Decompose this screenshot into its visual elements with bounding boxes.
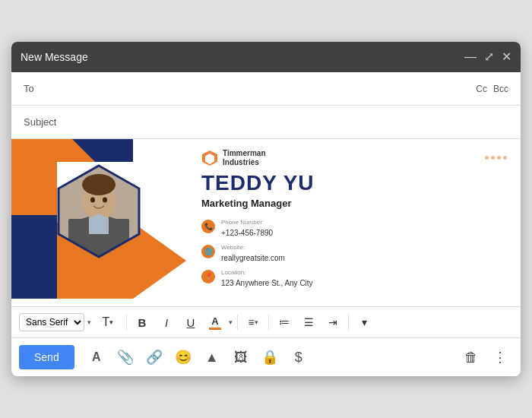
formatting-toolbar: Sans Serif ▾ T ▾ B I U A ▾ ≡ ▾ ≔ ☰ ⇥ ▾ bbox=[11, 306, 521, 338]
text-color-icon: A bbox=[211, 315, 218, 327]
website-value: reallygreatsite.com bbox=[221, 254, 285, 262]
photo-button[interactable]: 🖼 bbox=[228, 344, 254, 370]
attach-button[interactable]: 📎 bbox=[112, 344, 138, 370]
company-name: Timmerman Industries bbox=[223, 149, 266, 167]
sig-phone-text: Phone Number: +123-456-7890 bbox=[221, 218, 273, 239]
actions-toolbar: Send A 📎 🔗 😊 ▲ 🖼 🔒 $ 🗑 ⋮ bbox=[11, 338, 521, 376]
lock-button[interactable]: 🔒 bbox=[257, 344, 283, 370]
pen-icon: $ bbox=[295, 350, 302, 366]
titlebar: New Message — ⤢ ✕ bbox=[11, 42, 521, 72]
link-icon: 🔗 bbox=[146, 349, 163, 366]
text-format-icon: A bbox=[92, 350, 101, 364]
unordered-list-button[interactable]: ☰ bbox=[298, 312, 319, 333]
send-button[interactable]: Send bbox=[19, 345, 74, 369]
sig-phone-row: 📞 Phone Number: +123-456-7890 bbox=[201, 218, 507, 239]
svg-point-14 bbox=[90, 198, 95, 203]
more-format-button[interactable]: ▾ bbox=[353, 312, 375, 333]
signature-button[interactable]: $ bbox=[286, 344, 312, 370]
svg-point-10 bbox=[82, 174, 116, 195]
align-button[interactable]: ≡ ▾ bbox=[242, 312, 264, 333]
toolbar-divider-1 bbox=[126, 315, 127, 330]
cc-button[interactable]: Cc bbox=[476, 84, 487, 94]
lock-icon: 🔒 bbox=[261, 349, 278, 366]
cc-bcc-actions: Cc Bcc bbox=[476, 84, 508, 94]
window-controls: — ⤢ ✕ bbox=[464, 51, 511, 63]
photo-icon: 🖼 bbox=[234, 350, 248, 366]
svg-point-15 bbox=[103, 198, 107, 203]
subject-field-row: Subject bbox=[11, 106, 521, 139]
sig-location-row: 📍 Location: 123 Anywhere St., Any City bbox=[201, 268, 507, 289]
discard-button[interactable]: 🗑 bbox=[458, 344, 484, 370]
sig-company-row: Timmerman Industries bbox=[201, 149, 507, 167]
font-size-arrow: ▾ bbox=[109, 318, 113, 326]
maximize-button[interactable]: ⤢ bbox=[484, 51, 494, 63]
to-label: To bbox=[24, 83, 54, 94]
sig-website-row: 🌐 Website: reallygreatsite.com bbox=[201, 243, 507, 264]
font-family-arrow: ▾ bbox=[87, 318, 91, 326]
text-color-button[interactable]: A bbox=[204, 312, 226, 333]
toolbar-divider-4 bbox=[348, 315, 349, 330]
subject-input[interactable] bbox=[56, 116, 508, 128]
font-family-select[interactable]: Sans Serif bbox=[19, 313, 84, 331]
svg-marker-12 bbox=[68, 217, 89, 261]
phone-label: Phone Number: bbox=[221, 218, 273, 227]
sig-full-name: TEDDY YU bbox=[201, 172, 507, 195]
trash-icon: 🗑 bbox=[464, 350, 478, 366]
sig-job-title: Marketing Manager bbox=[201, 198, 507, 209]
close-button[interactable]: ✕ bbox=[502, 51, 511, 63]
minimize-button[interactable]: — bbox=[464, 51, 477, 63]
paperclip-icon: 📎 bbox=[117, 349, 134, 366]
window-title: New Message bbox=[21, 51, 88, 63]
drive-icon: ▲ bbox=[205, 350, 219, 366]
more-options-button[interactable]: ⋮ bbox=[487, 344, 513, 370]
phone-icon: 📞 bbox=[201, 220, 215, 233]
company-logo-icon bbox=[201, 150, 218, 166]
font-size-icon: T bbox=[103, 315, 110, 329]
align-icon: ≡ bbox=[248, 316, 254, 328]
toolbar-divider-3 bbox=[268, 315, 269, 330]
compose-window: New Message — ⤢ ✕ To Cc Bcc Subject bbox=[11, 42, 521, 376]
signature-card: Timmerman Industries TEDDY YU Marketing … bbox=[11, 139, 521, 299]
font-size-button[interactable]: T ▾ bbox=[94, 312, 122, 333]
bold-button[interactable]: B bbox=[131, 312, 153, 333]
phone-value: +123-456-7890 bbox=[221, 229, 273, 237]
link-button[interactable]: 🔗 bbox=[141, 344, 167, 370]
website-label: Website: bbox=[221, 243, 285, 252]
location-icon: 📍 bbox=[201, 270, 215, 283]
sig-location-text: Location: 123 Anywhere St., Any City bbox=[221, 268, 313, 289]
underline-button[interactable]: U bbox=[180, 312, 201, 333]
sig-left-panel bbox=[11, 139, 186, 299]
signature-area: Timmerman Industries TEDDY YU Marketing … bbox=[11, 139, 521, 306]
text-format-button[interactable]: A bbox=[84, 344, 109, 370]
location-value: 123 Anywhere St., Any City bbox=[221, 279, 313, 287]
to-field-row: To Cc Bcc bbox=[11, 72, 521, 106]
sig-website-text: Website: reallygreatsite.com bbox=[221, 243, 285, 264]
sig-right-panel: Timmerman Industries TEDDY YU Marketing … bbox=[186, 139, 521, 299]
italic-button[interactable]: I bbox=[156, 312, 177, 333]
toolbar-divider-2 bbox=[237, 315, 238, 330]
emoji-button[interactable]: 😊 bbox=[170, 344, 196, 370]
ordered-list-button[interactable]: ≔ bbox=[274, 312, 295, 333]
website-icon: 🌐 bbox=[201, 245, 215, 258]
drive-button[interactable]: ▲ bbox=[199, 344, 225, 370]
bcc-button[interactable]: Bcc bbox=[493, 84, 508, 94]
text-color-arrow: ▾ bbox=[229, 318, 233, 326]
indent-button[interactable]: ⇥ bbox=[322, 312, 344, 333]
to-input[interactable] bbox=[54, 83, 476, 94]
location-label: Location: bbox=[221, 268, 313, 277]
more-vertical-icon: ⋮ bbox=[493, 349, 507, 366]
svg-marker-13 bbox=[109, 217, 129, 261]
emoji-icon: 😊 bbox=[175, 349, 192, 366]
text-color-bar bbox=[209, 328, 221, 330]
align-arrow: ▾ bbox=[255, 318, 258, 326]
subject-label: Subject bbox=[24, 116, 56, 128]
decorative-dots bbox=[485, 156, 507, 160]
